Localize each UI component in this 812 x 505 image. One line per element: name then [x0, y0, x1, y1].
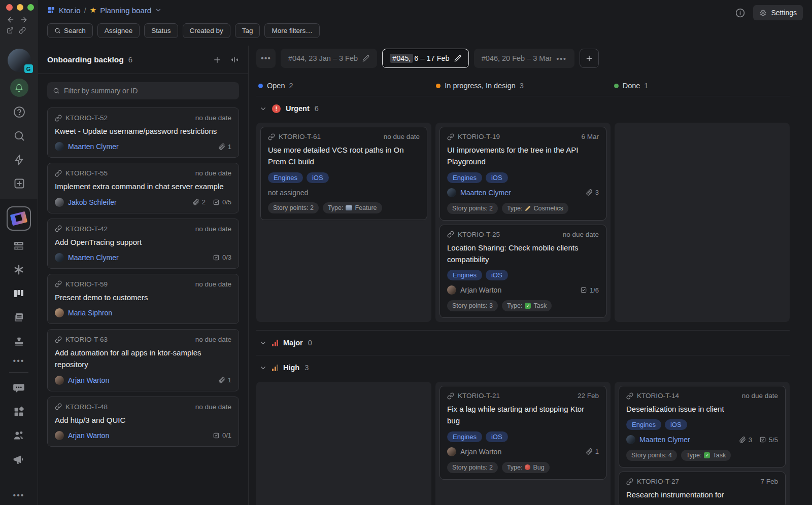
issue-id-link[interactable]: KTORIO-T-59 [65, 280, 108, 288]
sidebar-overflow-icon[interactable]: ••• [13, 491, 25, 500]
tag-pill[interactable]: iOS [486, 431, 508, 442]
issue-id-link[interactable]: KTORIO-T-55 [65, 169, 108, 177]
issue-id-link[interactable]: KTORIO-T-48 [65, 403, 108, 411]
chevron-down-icon[interactable] [259, 364, 267, 372]
issue-id-link[interactable]: KTORIO-T-19 [458, 133, 500, 140]
created-by-filter-button[interactable]: Created by [183, 23, 230, 38]
issue-id-link[interactable]: KTORIO-T-27 [637, 478, 679, 485]
backlog-card[interactable]: KTORIO-T-59no due date Present demo to c… [47, 274, 239, 324]
assignee-link[interactable]: Arjan Warton [460, 448, 501, 456]
info-icon[interactable] [735, 8, 745, 18]
youtrack-app-icon[interactable] [7, 206, 31, 231]
board-kanban-icon[interactable] [10, 285, 27, 302]
assignee-link[interactable]: Arjan Warton [460, 286, 501, 294]
search-filter-button[interactable]: Search [47, 23, 93, 38]
swimlane-label: Urgent [286, 104, 310, 113]
edit-pencil-icon[interactable] [454, 55, 461, 62]
sprint-tab-045-current[interactable]: #045,6 – 17 Feb [382, 49, 469, 68]
megaphone-icon[interactable] [10, 451, 27, 468]
assignee-link[interactable]: Jakob Schleifer [68, 198, 117, 206]
issue-id-link[interactable]: KTORIO-T-63 [65, 336, 108, 343]
breadcrumb-board-link[interactable]: Planning board [100, 6, 151, 15]
swimlane-header-major: Major 0 [256, 331, 790, 355]
assignee-link[interactable]: Maarten Clymer [639, 436, 690, 444]
attachment-count: 1 [595, 448, 599, 455]
chevron-down-icon[interactable] [259, 339, 267, 347]
search-icon[interactable] [11, 127, 28, 145]
board-card[interactable]: KTORIO-T-61no due date Use more detailed… [260, 127, 427, 220]
add-sprint-button[interactable] [580, 49, 599, 68]
minimize-window-button[interactable] [17, 4, 23, 11]
dashboards-icon[interactable] [10, 403, 27, 420]
stamp-icon[interactable] [10, 333, 27, 350]
board-card[interactable]: KTORIO-T-196 Mar UI improvements for the… [439, 127, 606, 221]
knowledge-base-icon[interactable] [10, 309, 27, 326]
collapse-panel-icon[interactable] [230, 55, 239, 64]
copy-link-icon[interactable] [19, 27, 26, 34]
assignee-filter-button[interactable]: Assignee [97, 23, 140, 38]
chevron-down-icon[interactable] [155, 7, 162, 14]
back-arrow-icon[interactable] [7, 16, 15, 24]
board-card[interactable]: KTORIO-T-14no due date Deserialization i… [619, 386, 786, 467]
assignee-link[interactable]: Maarten Clymer [68, 254, 119, 262]
sprint-more-icon[interactable]: ••• [556, 54, 566, 63]
backlog-filter-input[interactable] [64, 87, 233, 95]
assignee-link[interactable]: Maarten Clymer [460, 189, 511, 197]
issue-id-link[interactable]: KTORIO-T-42 [65, 225, 108, 233]
tag-pill[interactable]: iOS [486, 172, 508, 183]
forward-arrow-icon[interactable] [20, 16, 28, 24]
tag-pill[interactable]: Engines [447, 431, 482, 442]
board-card[interactable]: KTORIO-T-25no due date Location Sharing:… [439, 225, 606, 318]
tag-pill[interactable]: Engines [447, 270, 482, 280]
create-new-icon[interactable] [11, 175, 28, 192]
sprint-overflow-icon[interactable]: ••• [256, 49, 276, 68]
tag-pill[interactable]: iOS [665, 419, 687, 430]
backlog-card[interactable]: KTORIO-T-63no due date Add automation fo… [47, 329, 239, 391]
tag-pill[interactable]: Engines [626, 419, 661, 430]
issue-id-link[interactable]: KTORIO-T-61 [279, 133, 321, 140]
asterisk-icon[interactable] [10, 261, 27, 278]
issues-list-icon[interactable] [10, 237, 27, 255]
chevron-down-icon[interactable] [259, 105, 267, 113]
checklist-icon [759, 436, 766, 443]
status-filter-button[interactable]: Status [144, 23, 178, 38]
sprint-tab-044[interactable]: #044, 23 Jan – 3 Feb [281, 49, 377, 68]
edit-pencil-icon[interactable] [362, 55, 369, 62]
assignee-link[interactable]: Maria Siphron [68, 309, 112, 317]
issue-id-link[interactable]: KTORIO-T-21 [458, 392, 500, 400]
sprint-tab-046[interactable]: #046, 20 Feb – 3 Mar••• [474, 49, 574, 68]
tag-filter-button[interactable]: Tag [235, 23, 260, 38]
more-filters-button[interactable]: More filters… [264, 23, 319, 38]
assignee-link[interactable]: Maarten Clymer [68, 142, 119, 151]
tag-pill[interactable]: Engines [268, 172, 303, 183]
assignee-link[interactable]: Arjan Warton [68, 431, 109, 440]
issue-id-link[interactable]: KTORIO-T-14 [637, 392, 679, 400]
backlog-card[interactable]: KTORIO-T-48no due date Add http/3 and QU… [47, 396, 239, 447]
backlog-card[interactable]: KTORIO-T-55no due date Implement extra c… [47, 163, 239, 213]
chat-icon[interactable] [10, 379, 27, 396]
breadcrumb-project-link[interactable]: Ktor.io [59, 6, 81, 15]
team-icon[interactable] [10, 427, 27, 444]
lightning-icon[interactable] [11, 151, 28, 168]
issue-id-link[interactable]: KTORIO-T-25 [458, 231, 500, 238]
board-card[interactable]: KTORIO-T-2122 Feb Fix a lag while starti… [439, 386, 606, 480]
backlog-card[interactable]: KTORIO-T-52no due date Kweet - Update us… [47, 107, 239, 158]
help-icon[interactable] [11, 103, 28, 121]
favorite-star-icon[interactable]: ★ [90, 6, 96, 15]
board-card[interactable]: KTORIO-T-277 Feb Research instrumentatio… [619, 472, 786, 505]
notifications-bell-icon[interactable] [10, 79, 28, 97]
zoom-window-button[interactable] [27, 4, 34, 11]
tag-pill[interactable]: iOS [486, 270, 508, 280]
user-avatar[interactable]: G [8, 49, 31, 72]
issue-title: Location Sharing: Check mobile clients c… [447, 242, 599, 266]
close-window-button[interactable] [6, 4, 13, 11]
open-in-new-window-icon[interactable] [7, 27, 14, 34]
assignee-link[interactable]: Arjan Warton [68, 376, 109, 384]
add-issue-icon[interactable] [213, 55, 222, 64]
more-apps-icon[interactable]: ••• [13, 356, 25, 366]
tag-pill[interactable]: iOS [307, 172, 329, 183]
settings-button[interactable]: Settings [753, 5, 803, 20]
backlog-card[interactable]: KTORIO-T-42no due date Add OpenTracing s… [47, 219, 239, 269]
issue-id-link[interactable]: KTORIO-T-52 [65, 114, 108, 122]
tag-pill[interactable]: Engines [447, 172, 482, 183]
